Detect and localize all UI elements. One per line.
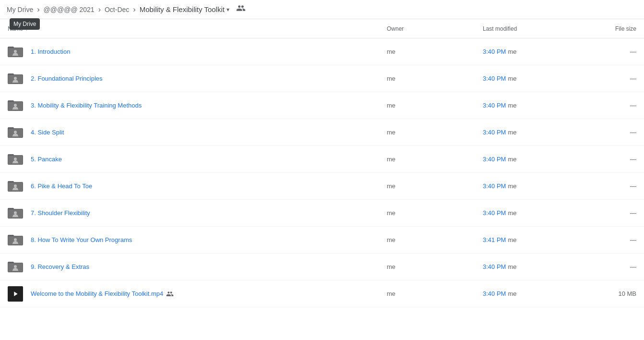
file-icon-cell [8,206,31,221]
file-list: 1. Introduction me 3:40 PM me — 2. Found… [0,38,644,307]
breadcrumb-sep-3: › [133,5,135,14]
breadcrumb-toolkit-label: Mobility & Flexibility Toolkit [140,5,225,13]
modified-time: 3:40 PM [483,209,506,217]
shared-drive-icon [236,3,246,15]
modified-by: me [508,182,516,190]
shared-folder-icon [8,259,23,275]
file-name[interactable]: 2. Foundational Principles [31,75,103,82]
file-name-cell[interactable]: 4. Side Split [31,129,387,136]
table-row[interactable]: 2. Foundational Principles me 3:40 PM me… [0,65,644,92]
breadcrumb-toolkit[interactable]: Mobility & Flexibility Toolkit ▾ [137,3,232,15]
modified-time: 3:40 PM [483,263,506,270]
table-row[interactable]: 5. Pancake me 3:40 PM me — [0,146,644,173]
modified-cell: 3:40 PM me [483,48,588,55]
table-header: Name ↑ Owner Last modified File size [0,19,644,38]
owner-cell: me [387,75,483,82]
shared-folder-icon [8,206,23,221]
column-size-label: File size [615,25,636,32]
file-name-cell[interactable]: 2. Foundational Principles [31,75,387,82]
modified-by: me [508,102,516,109]
breadcrumb-my-drive[interactable]: My Drive [4,4,36,15]
size-cell: — [588,129,636,136]
modified-by: me [508,290,516,297]
svg-point-31 [14,238,17,241]
table-row[interactable]: 3. Mobility & Flexibility Training Metho… [0,92,644,119]
video-file-icon [8,286,23,302]
file-name[interactable]: 7. Shoulder Flexibility [31,209,90,217]
owner-cell: me [387,263,483,270]
owner-cell: me [387,48,483,55]
file-name[interactable]: 5. Pancake [31,156,62,163]
file-name[interactable]: 4. Side Split [31,129,64,136]
breadcrumb-year[interactable]: @@@@@ 2021 [41,4,97,15]
modified-cell: 3:41 PM me [483,236,588,243]
modified-time: 3:40 PM [483,102,506,109]
svg-point-7 [14,77,17,80]
modified-cell: 3:40 PM me [483,209,588,217]
shared-folder-icon [8,44,23,60]
table-row[interactable]: 8. How To Write Your Own Programs me 3:4… [0,227,644,254]
table-row[interactable]: 9. Recovery & Extras me 3:40 PM me — [0,254,644,280]
shared-folder-icon [8,98,23,113]
size-cell: — [588,102,636,109]
size-cell: — [588,209,636,217]
file-name[interactable]: 9. Recovery & Extras [31,263,89,270]
breadcrumb-sep-1: › [37,5,39,14]
column-owner-label: Owner [387,25,404,32]
modified-time: 3:40 PM [483,156,506,163]
modified-by: me [508,129,516,136]
modified-cell: 3:40 PM me [483,182,588,190]
file-name[interactable]: 8. How To Write Your Own Programs [31,236,132,243]
file-name[interactable]: 3. Mobility & Flexibility Training Metho… [31,102,142,109]
modified-cell: 3:40 PM me [483,75,588,82]
svg-point-11 [14,104,17,107]
modified-cell: 3:40 PM me [483,156,588,163]
file-name-cell[interactable]: 5. Pancake [31,156,387,163]
column-name[interactable]: Name ↑ [8,25,387,32]
file-icon-cell [8,98,31,113]
file-name[interactable]: 1. Introduction [31,48,70,55]
table-row[interactable]: Welcome to the Mobility & Flexibility To… [0,280,644,307]
table-row[interactable]: 6. Pike & Head To Toe me 3:40 PM me — [0,173,644,200]
modified-by: me [508,156,516,163]
file-icon-cell [8,125,31,140]
modified-time: 3:40 PM [483,75,506,82]
modified-cell: 3:40 PM me [483,263,588,270]
modified-by: me [508,236,516,243]
shared-folder-icon [8,71,23,86]
modified-time: 3:41 PM [483,236,506,243]
svg-point-19 [14,158,17,160]
owner-cell: me [387,156,483,163]
file-name[interactable]: 6. Pike & Head To Toe [31,182,92,190]
table-row[interactable]: 1. Introduction me 3:40 PM me — [0,38,644,65]
column-modified[interactable]: Last modified [483,25,588,32]
table-row[interactable]: 4. Side Split me 3:40 PM me — [0,119,644,146]
size-cell: — [588,156,636,163]
file-name-cell[interactable]: 8. How To Write Your Own Programs [31,236,387,243]
shared-folder-icon [8,179,23,194]
shared-folder-icon [8,232,23,248]
modified-cell: 3:40 PM me [483,290,588,297]
modified-time: 3:40 PM [483,182,506,190]
file-icon-cell [8,152,31,167]
table-row[interactable]: 7. Shoulder Flexibility me 3:40 PM me — [0,200,644,227]
modified-cell: 3:40 PM me [483,129,588,136]
size-cell: — [588,236,636,243]
file-name-cell[interactable]: 9. Recovery & Extras [31,263,387,270]
file-icon-cell [8,232,31,248]
breadcrumb-oct-dec[interactable]: Oct-Dec [102,4,132,15]
file-icon-cell [8,179,31,194]
file-name-cell[interactable]: 6. Pike & Head To Toe [31,182,387,190]
owner-cell: me [387,129,483,136]
size-cell: — [588,75,636,82]
size-cell: — [588,263,636,270]
file-name-cell[interactable]: 3. Mobility & Flexibility Training Metho… [31,102,387,109]
file-name-cell[interactable]: Welcome to the Mobility & Flexibility To… [31,290,387,298]
column-owner[interactable]: Owner [387,25,483,32]
file-name-cell[interactable]: 7. Shoulder Flexibility [31,209,387,217]
svg-point-35 [14,265,17,268]
column-size[interactable]: File size [588,25,636,32]
shared-folder-icon [8,152,23,167]
file-name-cell[interactable]: 1. Introduction [31,48,387,55]
file-name[interactable]: Welcome to the Mobility & Flexibility To… [31,290,163,297]
